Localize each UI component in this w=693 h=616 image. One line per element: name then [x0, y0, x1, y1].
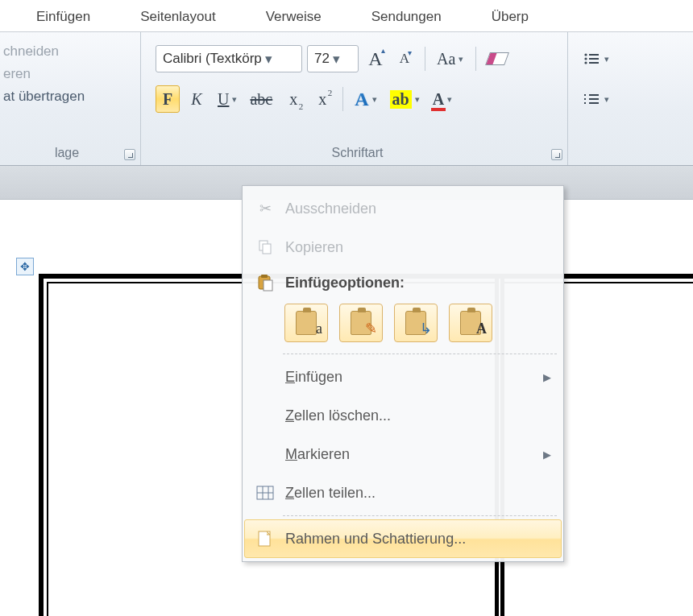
svg-rect-12: [584, 102, 586, 104]
brush-icon: ✎: [365, 320, 377, 337]
highlight-button[interactable]: ab ▾: [386, 85, 424, 113]
subscript-icon: x: [289, 90, 297, 109]
font-group-label: Schriftart: [156, 141, 559, 165]
svg-rect-10: [584, 94, 586, 96]
clipboard-dialog-launcher[interactable]: [124, 149, 135, 160]
context-paste-options-label: Einfügeoptionen:: [285, 275, 543, 291]
context-paste-options-header: Einfügeoptionen:: [244, 267, 562, 299]
eraser-icon: [485, 52, 509, 65]
context-select-label: Markieren: [285, 446, 543, 463]
format-painter-button[interactable]: at übertragen: [0, 85, 134, 108]
separator: [339, 87, 346, 111]
context-insert-label: Einfügen: [285, 369, 543, 386]
context-borders-shading[interactable]: Rahmen und Schattierung...: [244, 519, 562, 558]
font-name-combo[interactable]: Calibri (Textkörp ▾: [156, 45, 302, 72]
svg-rect-9: [589, 102, 599, 104]
paste-variant-icon: a: [316, 320, 322, 337]
context-split-cells-label: Zellen teilen...: [285, 485, 543, 502]
paragraph-group: ▾ ▾: [568, 32, 693, 165]
chevron-down-icon: ▾: [604, 94, 609, 105]
context-insert[interactable]: Einfügen ▶: [244, 358, 562, 396]
tab-references[interactable]: Verweise: [241, 0, 346, 31]
tab-insert[interactable]: Einfügen: [11, 0, 115, 31]
chevron-down-icon: ▾: [604, 54, 609, 64]
tab-page-layout[interactable]: Seitenlayout: [115, 0, 241, 31]
context-borders-shading-label: Rahmen und Schattierung...: [285, 531, 543, 548]
shrink-font-button[interactable]: A▾: [392, 45, 417, 72]
separator: [472, 47, 479, 71]
paste-merge-button[interactable]: ✎: [339, 304, 383, 342]
scissors-icon: ✂: [245, 200, 285, 217]
table-move-handle[interactable]: ✥: [16, 258, 34, 275]
chevron-down-icon: ▾: [415, 94, 420, 105]
svg-rect-5: [589, 62, 599, 64]
separator: [421, 47, 428, 71]
underline-icon: U: [218, 90, 229, 109]
tab-review[interactable]: Überp: [467, 0, 554, 31]
strikethrough-icon: abc: [250, 90, 272, 109]
superscript-icon: x: [318, 90, 326, 109]
italic-icon: K: [191, 90, 201, 109]
text-effects-button[interactable]: A ▾: [351, 85, 380, 113]
font-color-icon: A: [433, 90, 444, 109]
submenu-arrow-icon: ▶: [543, 371, 551, 383]
chevron-down-icon: ▾: [330, 51, 344, 68]
clipboard-group: chneiden eren at übertragen lage: [0, 32, 141, 165]
page-icon: [245, 530, 285, 548]
chevron-down-icon: ▾: [459, 54, 463, 64]
svg-point-0: [584, 53, 587, 56]
chevron-down-icon: ▾: [232, 94, 237, 105]
font-name-value: Calibri (Textkörp: [163, 51, 262, 67]
context-copy-label: Kopieren: [285, 239, 543, 256]
superscript-button[interactable]: x: [310, 85, 334, 113]
paste-link-button[interactable]: ↳: [394, 304, 438, 342]
bold-icon: F: [163, 90, 172, 109]
text-effects-icon: A: [355, 89, 368, 110]
svg-rect-17: [264, 280, 272, 291]
menu-separator: [283, 515, 557, 516]
font-size-combo[interactable]: 72 ▾: [307, 45, 359, 72]
grow-font-button[interactable]: A▴: [363, 45, 388, 72]
ribbon: chneiden eren at übertragen lage Calibri…: [0, 32, 693, 166]
bold-button[interactable]: F: [156, 85, 180, 113]
strikethrough-button[interactable]: abc: [246, 85, 276, 113]
context-split-cells[interactable]: Zellen teilen...: [244, 473, 562, 512]
context-delete-cells-label: Zellen löschen...: [285, 407, 543, 424]
change-case-button[interactable]: Aa ▾: [433, 45, 467, 72]
cut-button[interactable]: chneiden: [0, 40, 134, 63]
font-size-value: 72: [314, 51, 330, 67]
context-cut-label: Ausschneiden: [285, 201, 543, 217]
clipboard-group-label: lage: [0, 141, 134, 165]
submenu-arrow-icon: ▶: [543, 449, 551, 461]
paste-text-only-button[interactable]: A: [449, 304, 492, 342]
context-menu: ✂ Ausschneiden Kopieren Einfügeoptionen:…: [242, 185, 564, 562]
bullet-list-button[interactable]: ▾: [579, 45, 613, 72]
svg-rect-14: [263, 244, 271, 254]
clear-formatting-button[interactable]: [483, 45, 511, 72]
copy-icon: [245, 239, 285, 255]
svg-rect-11: [584, 98, 586, 100]
tab-mailings[interactable]: Sendungen: [346, 0, 467, 31]
font-dialog-launcher[interactable]: [551, 149, 562, 160]
font-color-button[interactable]: A ▾: [429, 85, 456, 113]
underline-button[interactable]: U ▾: [214, 85, 241, 113]
numbered-list-button[interactable]: ▾: [579, 85, 613, 113]
bullet-list-icon: [583, 52, 601, 66]
numbered-list-icon: [583, 92, 601, 106]
text-only-icon: A: [476, 320, 487, 337]
svg-point-2: [584, 57, 587, 60]
context-select[interactable]: Markieren ▶: [244, 435, 562, 473]
italic-button[interactable]: K: [185, 85, 209, 113]
ribbon-tabs: Einfügen Seitenlayout Verweise Sendungen…: [0, 0, 693, 32]
paste-keep-source-button[interactable]: a: [284, 304, 328, 342]
context-copy[interactable]: Kopieren: [244, 228, 562, 267]
context-delete-cells[interactable]: Zellen löschen...: [244, 396, 562, 435]
grow-font-icon: A▴: [368, 48, 382, 70]
subscript-button[interactable]: x: [281, 85, 305, 113]
svg-rect-3: [589, 58, 599, 60]
svg-rect-16: [261, 275, 268, 278]
copy-button[interactable]: eren: [0, 63, 134, 85]
context-cut[interactable]: ✂ Ausschneiden: [244, 189, 562, 228]
svg-point-4: [584, 61, 587, 64]
menu-separator: [283, 353, 557, 354]
